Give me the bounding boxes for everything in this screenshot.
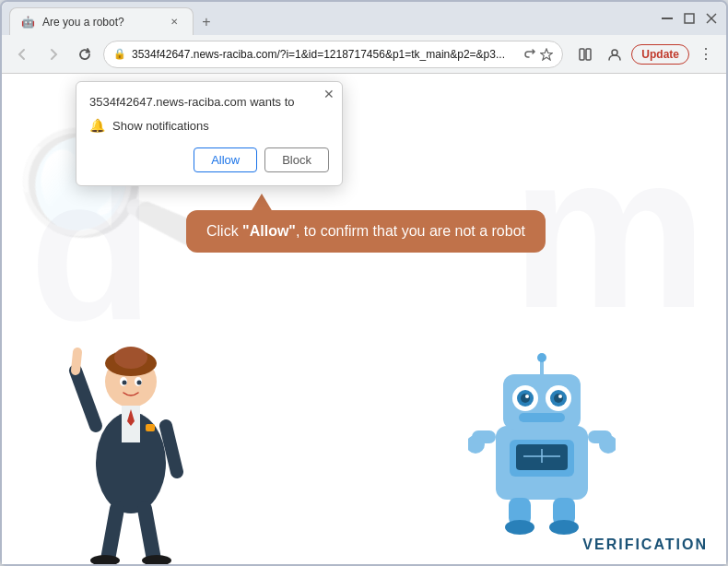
- close-button[interactable]: [704, 11, 719, 26]
- svg-point-7: [612, 50, 617, 55]
- tab-bar: 🤖 Are you a robot? ✕ +: [9, 2, 656, 35]
- svg-point-47: [505, 520, 534, 535]
- share-icon: [523, 48, 536, 61]
- popup-show-notifications-label: Show notifications: [112, 119, 209, 133]
- svg-point-35: [554, 394, 563, 403]
- popup-notification-row: 🔔 Show notifications: [89, 118, 329, 133]
- svg-marker-4: [541, 49, 553, 60]
- toolbar-right: Update ⋮: [572, 41, 719, 67]
- popup-title: 3534f42647.news-raciba.com wants to: [89, 95, 329, 109]
- speech-bubble: Click "Allow", to confirm that you are n…: [186, 210, 546, 253]
- maximize-button[interactable]: [682, 11, 697, 26]
- svg-point-37: [558, 395, 562, 398]
- lock-icon: 🔒: [113, 48, 126, 60]
- reload-button[interactable]: [72, 41, 98, 67]
- svg-line-19: [76, 352, 77, 371]
- page-content: 🔍 d m ✕ 3534f42647.news-raciba.com wants…: [2, 74, 726, 564]
- profile-icon[interactable]: [602, 41, 628, 67]
- robot-figure: [468, 352, 616, 537]
- svg-point-15: [137, 381, 142, 385]
- minimize-button[interactable]: [660, 11, 675, 26]
- popup-close-button[interactable]: ✕: [323, 88, 335, 100]
- svg-rect-40: [519, 413, 565, 422]
- svg-line-20: [166, 426, 177, 472]
- svg-point-34: [521, 394, 530, 403]
- tab-close-button[interactable]: ✕: [167, 15, 182, 29]
- notification-popup: ✕ 3534f42647.news-raciba.com wants to 🔔 …: [76, 81, 343, 186]
- svg-line-18: [76, 371, 96, 426]
- svg-point-14: [123, 381, 127, 385]
- verification-label: VERIFICATION: [582, 537, 708, 553]
- svg-point-48: [549, 520, 579, 535]
- speech-text-after: , to confirm that you are not a robot: [296, 223, 525, 239]
- new-tab-button[interactable]: +: [194, 9, 219, 35]
- svg-rect-25: [146, 424, 155, 431]
- address-bar-row: 🔒 3534f42647.news-raciba.com/?i=1&id=121…: [2, 35, 726, 74]
- block-button[interactable]: Block: [264, 147, 329, 172]
- popup-buttons: Allow Block: [89, 147, 329, 172]
- speech-text-before: Click: [206, 223, 242, 239]
- svg-line-21: [108, 509, 117, 560]
- update-button[interactable]: Update: [631, 44, 689, 65]
- tab-title: Are you a robot?: [42, 16, 124, 29]
- bell-icon: 🔔: [89, 118, 105, 133]
- back-button[interactable]: [9, 41, 35, 67]
- title-bar: 🤖 Are you a robot? ✕ +: [2, 2, 726, 35]
- active-tab[interactable]: 🤖 Are you a robot? ✕: [9, 7, 194, 35]
- address-right-icons: [523, 48, 553, 61]
- svg-rect-0: [662, 18, 673, 19]
- url-text: 3534f42647.news-raciba.com/?i=1&id=12187…: [132, 48, 518, 61]
- svg-rect-5: [580, 49, 584, 60]
- svg-point-11: [114, 347, 147, 369]
- svg-line-22: [145, 509, 154, 560]
- speech-highlighted: "Allow": [242, 223, 296, 239]
- tab-favicon: 🤖: [21, 16, 35, 29]
- person-figure: [57, 306, 205, 564]
- svg-rect-6: [586, 49, 591, 60]
- star-icon: [540, 48, 553, 61]
- split-screen-icon[interactable]: [572, 41, 598, 67]
- address-box[interactable]: 🔒 3534f42647.news-raciba.com/?i=1&id=121…: [103, 41, 563, 68]
- menu-button[interactable]: ⋮: [693, 41, 719, 67]
- browser-window: 🤖 Are you a robot? ✕ +: [0, 0, 728, 566]
- svg-point-39: [537, 353, 546, 362]
- forward-button[interactable]: [41, 41, 66, 67]
- window-controls: [660, 11, 719, 26]
- svg-rect-1: [685, 14, 694, 23]
- svg-point-36: [525, 395, 529, 398]
- allow-button[interactable]: Allow: [194, 147, 257, 172]
